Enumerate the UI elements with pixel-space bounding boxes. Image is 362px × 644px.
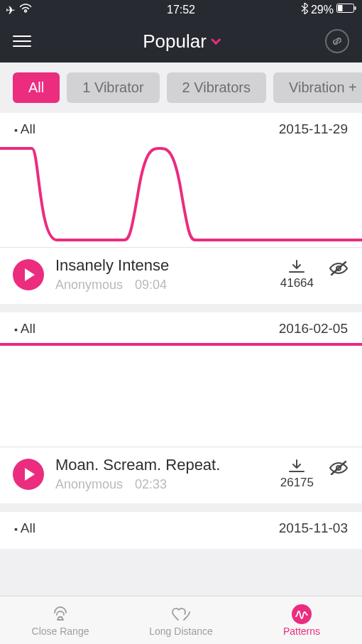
waveform-icon bbox=[0, 141, 362, 247]
page-title: Popular bbox=[143, 31, 207, 53]
chevron-down-icon bbox=[211, 35, 221, 45]
play-button[interactable] bbox=[13, 259, 44, 290]
filter-2-vibrators[interactable]: 2 Vibrators bbox=[167, 72, 266, 103]
download-count: 41664 bbox=[280, 276, 314, 290]
card-actions: 41664 bbox=[280, 259, 349, 290]
sort-dropdown[interactable]: Popular bbox=[143, 31, 219, 53]
waveform-icon bbox=[0, 341, 362, 447]
nav-header: Popular bbox=[0, 20, 362, 62]
filter-vibration-plus[interactable]: Vibration + bbox=[273, 72, 362, 103]
pattern-date: 2015-11-03 bbox=[279, 520, 348, 536]
card-header: All 2015-11-03 bbox=[0, 512, 362, 549]
svg-rect-2 bbox=[355, 6, 356, 10]
link-icon bbox=[331, 35, 344, 48]
close-range-icon bbox=[50, 604, 70, 624]
status-bar: ✈︎ 17:52 29% bbox=[0, 0, 362, 20]
bluetooth-icon bbox=[301, 3, 308, 17]
download-icon bbox=[287, 259, 306, 275]
status-left: ✈︎ bbox=[6, 4, 32, 17]
battery-percent: 29% bbox=[311, 4, 334, 16]
hide-button[interactable] bbox=[328, 259, 349, 279]
status-time: 17:52 bbox=[167, 4, 195, 16]
tab-long-distance[interactable]: Long Distance bbox=[121, 604, 241, 637]
download-button[interactable]: 41664 bbox=[280, 259, 314, 290]
card-body: Moan. Scream. Repeat. Anonymous 02:33 26… bbox=[0, 447, 362, 503]
download-count: 26175 bbox=[280, 476, 314, 490]
pattern-duration: 09:04 bbox=[135, 278, 167, 292]
tab-label: Patterns bbox=[283, 626, 320, 637]
pattern-list[interactable]: All 2015-11-29 Insanely Intense Anonymou… bbox=[0, 113, 362, 628]
pattern-info: Insanely Intense Anonymous 09:04 bbox=[55, 256, 269, 293]
airplane-icon: ✈︎ bbox=[6, 4, 15, 17]
link-button[interactable] bbox=[325, 29, 349, 53]
waveform-area[interactable] bbox=[0, 341, 362, 447]
status-right: 29% bbox=[301, 3, 356, 17]
pattern-info: Moan. Scream. Repeat. Anonymous 02:33 bbox=[55, 456, 269, 492]
pattern-title: Insanely Intense bbox=[55, 256, 269, 275]
long-distance-icon bbox=[170, 604, 192, 624]
play-button[interactable] bbox=[13, 459, 44, 490]
eye-off-icon bbox=[328, 460, 349, 476]
pattern-meta: Anonymous 02:33 bbox=[55, 477, 269, 492]
hide-button[interactable] bbox=[328, 459, 349, 479]
filter-all[interactable]: All bbox=[13, 72, 60, 103]
tab-bar: Close Range Long Distance Patterns bbox=[0, 596, 362, 644]
pattern-card: All 2015-11-29 Insanely Intense Anonymou… bbox=[0, 113, 362, 304]
card-actions: 26175 bbox=[280, 459, 349, 490]
eye-off-icon bbox=[328, 261, 349, 276]
pattern-tag: All bbox=[14, 321, 35, 337]
pattern-tag: All bbox=[14, 121, 35, 137]
filter-1-vibrator[interactable]: 1 Vibrator bbox=[67, 72, 159, 103]
card-header: All 2015-11-29 bbox=[0, 113, 362, 141]
filter-row: All 1 Vibrator 2 Vibrators Vibration + bbox=[0, 62, 362, 113]
pattern-card: All 2015-11-03 bbox=[0, 512, 362, 549]
tab-label: Close Range bbox=[32, 626, 89, 637]
pattern-author: Anonymous bbox=[55, 278, 123, 292]
pattern-date: 2016-02-05 bbox=[279, 321, 348, 337]
tab-label: Long Distance bbox=[149, 626, 213, 637]
wifi-icon bbox=[19, 4, 32, 16]
download-icon bbox=[287, 459, 306, 474]
card-header: All 2016-02-05 bbox=[0, 312, 362, 341]
download-button[interactable]: 26175 bbox=[280, 459, 314, 490]
card-body: Insanely Intense Anonymous 09:04 41664 bbox=[0, 248, 362, 304]
play-icon bbox=[25, 468, 35, 481]
pattern-tag: All bbox=[14, 520, 35, 536]
tab-close-range[interactable]: Close Range bbox=[0, 604, 121, 637]
pattern-card: All 2016-02-05 Moan. Scream. Repeat. Ano… bbox=[0, 312, 362, 503]
pattern-meta: Anonymous 09:04 bbox=[55, 278, 269, 293]
svg-rect-1 bbox=[338, 5, 343, 11]
tab-patterns[interactable]: Patterns bbox=[241, 604, 362, 637]
pattern-author: Anonymous bbox=[55, 477, 123, 491]
menu-button[interactable] bbox=[13, 36, 31, 47]
pattern-duration: 02:33 bbox=[135, 477, 167, 491]
waveform-area[interactable] bbox=[0, 141, 362, 248]
patterns-icon bbox=[292, 604, 312, 624]
pattern-title: Moan. Scream. Repeat. bbox=[55, 456, 269, 474]
play-icon bbox=[25, 268, 35, 281]
battery-icon bbox=[336, 4, 356, 16]
pattern-date: 2015-11-29 bbox=[279, 121, 348, 137]
